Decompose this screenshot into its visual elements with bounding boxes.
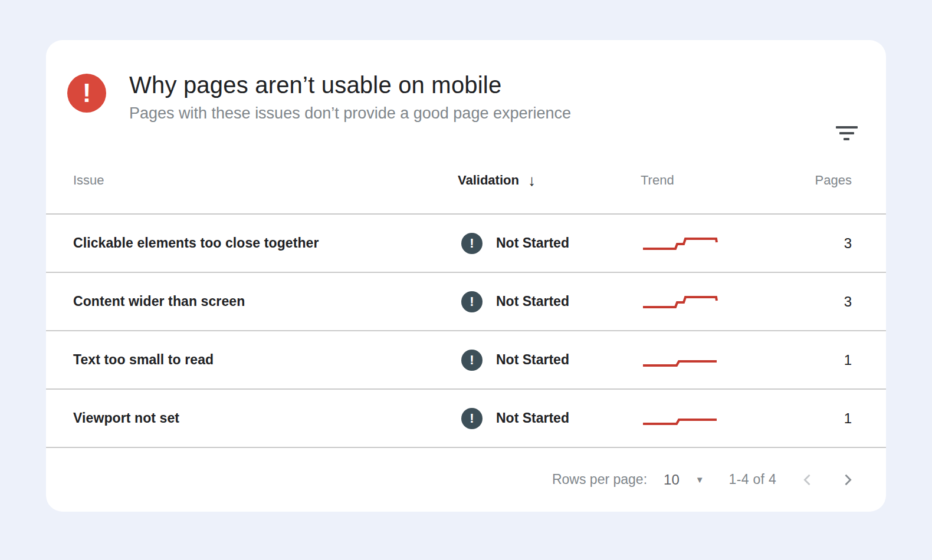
rows-per-page-label: Rows per page: [552,472,647,487]
error-icon-glyph: ! [83,78,91,108]
table-row[interactable]: Viewport not set ! Not Started 1 [46,390,886,448]
pages-count: 1 [813,352,852,368]
pages-count: 1 [813,410,852,427]
error-icon: ! [67,74,106,113]
filter-icon[interactable] [834,124,859,143]
column-header-pages[interactable]: Pages [813,173,852,188]
table-row[interactable]: Text too small to read ! Not Started 1 [46,331,886,390]
filter-icon-bar [839,132,854,134]
page-range-label: 1-4 of 4 [729,472,776,487]
issue-label: Viewport not set [73,410,458,426]
filter-icon-bar [844,138,849,140]
trend-sparkline [641,235,813,252]
filter-icon-bar [836,126,858,129]
issue-label: Text too small to read [73,352,458,368]
validation-status: Not Started [496,410,569,426]
trend-sparkline [641,351,813,369]
mobile-usability-panel: ! Why pages aren’t usable on mobile Page… [46,40,886,512]
column-header-issue[interactable]: Issue [73,173,458,188]
next-page-button[interactable] [839,471,856,489]
trend-sparkline [641,410,813,427]
not-started-icon: ! [461,233,483,254]
validation-cell: ! Not Started [458,233,641,254]
rows-per-page-select[interactable]: 10 ▼ [664,472,704,488]
table-row[interactable]: Content wider than screen ! Not Started … [46,273,886,331]
table-row[interactable]: Clickable elements too close together ! … [46,215,886,273]
pagination-bar: Rows per page: 10 ▼ 1-4 of 4 [46,448,886,511]
trend-sparkline [641,293,813,311]
not-started-icon: ! [461,350,483,371]
dropdown-arrow-icon: ▼ [695,475,704,485]
page-subtitle: Pages with these issues don’t provide a … [129,104,571,122]
chevron-right-icon [839,472,856,488]
validation-status: Not Started [496,235,569,251]
header-text: Why pages aren’t usable on mobile Pages … [129,71,571,122]
issue-label: Clickable elements too close together [73,235,458,251]
validation-cell: ! Not Started [458,350,641,371]
column-header-validation[interactable]: Validation ↓ [458,172,641,190]
validation-cell: ! Not Started [458,408,641,429]
not-started-icon: ! [461,408,483,429]
sort-descending-icon: ↓ [528,172,536,190]
validation-cell: ! Not Started [458,291,641,312]
pages-count: 3 [813,294,852,310]
validation-status: Not Started [496,352,569,368]
not-started-icon: ! [461,291,483,312]
rows-per-page-value: 10 [664,472,680,488]
panel-header: ! Why pages aren’t usable on mobile Page… [46,71,886,122]
issue-label: Content wider than screen [73,294,458,309]
table-header-row: Issue Validation ↓ Trend Pages [46,147,886,215]
pages-count: 3 [813,235,852,252]
validation-status: Not Started [496,294,569,309]
column-header-trend[interactable]: Trend [641,173,813,188]
column-header-validation-label: Validation [458,173,519,188]
page-title: Why pages aren’t usable on mobile [129,71,571,98]
chevron-left-icon [799,472,816,488]
previous-page-button[interactable] [799,471,816,489]
